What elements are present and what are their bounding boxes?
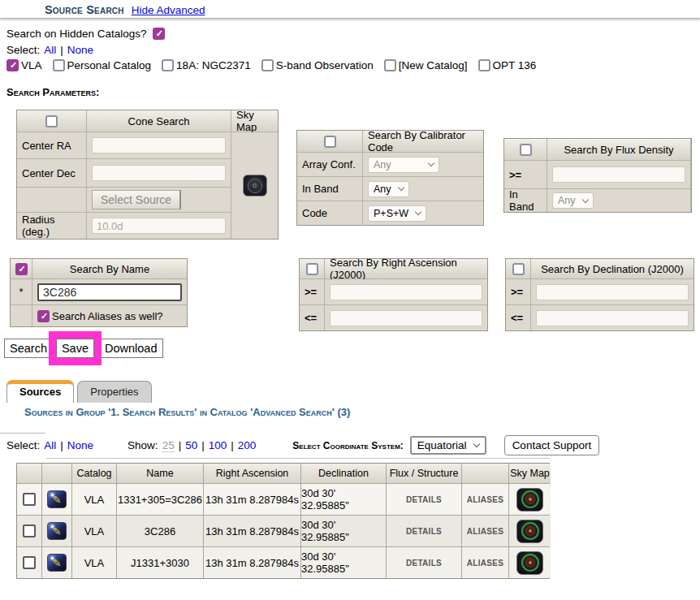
right-ascension-panel: Search By Right Ascension (J2000) >= <= (299, 258, 488, 331)
radius-input[interactable] (92, 218, 226, 234)
catalog-checkbox-sband[interactable] (261, 59, 274, 71)
ra-gte-input[interactable] (330, 284, 482, 300)
catalog-checkbox-row: VLA Personal Catalog 18A: NGC2371 S-band… (6, 59, 536, 71)
catalog-label: S-band Observation (276, 59, 374, 71)
catalog-label: Personal Catalog (67, 59, 152, 71)
select-label: Select: (6, 44, 40, 56)
select-source-button[interactable]: Select Source (92, 190, 181, 209)
contact-support-button[interactable]: Contact Support (504, 435, 600, 455)
center-dec-input[interactable] (92, 165, 226, 181)
coordinate-system-select[interactable]: Equatorial (410, 436, 486, 455)
flux-density-checkbox[interactable] (520, 144, 532, 156)
select-none-link[interactable]: None (67, 44, 93, 56)
sky-map-icon[interactable] (516, 551, 543, 575)
row-checkbox[interactable] (23, 524, 36, 537)
catalog-checkbox-opt136[interactable] (478, 59, 490, 71)
catalog-item-opt136: OPT 136 (478, 59, 537, 71)
sky-map-icon[interactable] (516, 520, 543, 543)
save-button[interactable]: Save (56, 339, 94, 358)
download-button[interactable]: Download (97, 339, 163, 358)
rule-segment (46, 458, 550, 459)
declination-checkbox[interactable] (512, 263, 525, 275)
show-200-link[interactable]: 200 (238, 439, 257, 451)
catalog-checkbox-18a[interactable] (162, 59, 174, 71)
code-select[interactable]: P+S+W (368, 205, 426, 222)
catalog-item-18a: 18A: NGC2371 (162, 59, 251, 71)
show-100-link[interactable]: 100 (209, 439, 227, 451)
calib-in-band-select[interactable]: Any (368, 181, 409, 197)
catalog-item-new: [New Catalog] (384, 59, 468, 71)
select-divider: | (60, 44, 63, 56)
catalog-select-row: Select: All | None (6, 44, 93, 56)
right-ascension-checkbox[interactable] (306, 263, 318, 275)
search-aliases-label: Search Aliases as well? (52, 310, 163, 322)
flux-gte-label: >= (504, 161, 547, 188)
results-select-none-link[interactable]: None (67, 439, 93, 451)
calibrator-code-panel: Search By Calibrator Code Array Conf. An… (296, 130, 484, 226)
aliases-link[interactable]: Aliases (462, 484, 508, 515)
cone-skymap-cell (231, 132, 278, 239)
aliases-link[interactable]: Aliases (462, 547, 508, 578)
catalog-checkbox-new[interactable] (384, 59, 396, 71)
hide-advanced-link[interactable]: Hide Advanced (132, 4, 205, 16)
edit-source-icon[interactable]: ✎ (47, 522, 67, 540)
save-button-highlight: Save (49, 331, 102, 365)
divider: | (201, 439, 205, 451)
array-conf-select[interactable]: Any (368, 157, 439, 173)
search-aliases-checkbox[interactable] (37, 310, 50, 322)
sky-map-icon[interactable] (516, 488, 543, 512)
flux-gte-input[interactable] (552, 166, 685, 183)
cone-search-checkbox[interactable] (45, 115, 58, 127)
edit-source-icon[interactable]: ✎ (47, 554, 67, 572)
dec-lte-input[interactable] (536, 310, 689, 326)
row-checkbox[interactable] (23, 556, 36, 569)
search-parameters-heading: Search Parameters: (6, 86, 99, 98)
ra-lte-input[interactable] (330, 310, 482, 326)
cell-name: 3C286 (117, 516, 203, 546)
hidden-catalogs-label: Search on Hidden Catalogs? (6, 28, 147, 40)
show-50-link[interactable]: 50 (185, 439, 197, 451)
details-link[interactable]: Details (387, 516, 461, 546)
aliases-link[interactable]: Aliases (462, 516, 508, 546)
chevron-down-icon (581, 196, 588, 202)
center-ra-input[interactable] (92, 137, 226, 153)
cell-dec: 30d 30' 32.95885" (301, 547, 386, 578)
chevron-down-icon (415, 209, 421, 215)
cell-catalog: VLA (72, 547, 116, 578)
tab-sources[interactable]: Sources (6, 380, 74, 403)
col-header-ra: Right Ascension (204, 464, 300, 483)
catalog-checkbox-personal[interactable] (53, 59, 65, 71)
source-search-page: Source Search Hide Advanced Search on Hi… (0, 0, 700, 600)
catalog-item-sband: S-band Observation (261, 59, 374, 71)
catalog-checkbox-vla[interactable] (6, 59, 19, 71)
declination-title: Search By Declination (J2000) (531, 259, 694, 278)
dec-gte-input[interactable] (536, 284, 689, 300)
calibrator-code-checkbox[interactable] (324, 136, 336, 148)
select-all-link[interactable]: All (44, 44, 56, 56)
cell-name: 1331+305=3C286 (117, 484, 203, 515)
calibrator-code-title: Search By Calibrator Code (363, 131, 483, 152)
catalog-item-vla: VLA (6, 59, 42, 71)
code-label: Code (297, 201, 362, 225)
edit-source-icon[interactable]: ✎ (47, 490, 67, 508)
details-link[interactable]: Details (387, 547, 461, 578)
name-empty-cell (11, 305, 32, 326)
search-by-name-checkbox[interactable] (15, 263, 28, 275)
row-checkbox[interactable] (23, 493, 36, 506)
col-header-dec: Declination (301, 464, 386, 483)
divider: | (60, 439, 63, 451)
details-link[interactable]: Details (387, 484, 461, 515)
cell-ra: 13h 31m 8.287984s (204, 547, 300, 578)
catalog-label: VLA (21, 59, 42, 71)
search-button[interactable]: Search (4, 339, 53, 358)
dec-gte-label: >= (506, 279, 530, 304)
cell-dec: 30d 30' 32.95885" (301, 484, 386, 515)
flux-in-band-select[interactable]: Any (552, 192, 594, 209)
results-select-all-link[interactable]: All (44, 439, 56, 451)
cone-skymap-icon[interactable] (243, 175, 267, 196)
chevron-down-icon (473, 441, 479, 447)
tab-properties[interactable]: Properties (77, 381, 151, 403)
search-by-name-title: Search By Name (32, 259, 187, 278)
name-input[interactable] (37, 283, 182, 301)
hidden-catalogs-checkbox[interactable] (153, 28, 165, 40)
